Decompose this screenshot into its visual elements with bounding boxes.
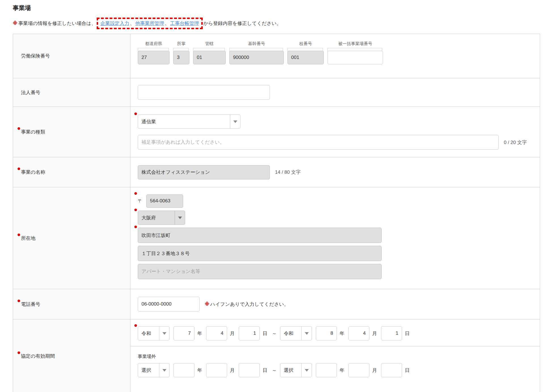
note-asterisk: ※	[13, 20, 18, 26]
business-type-select[interactable]: 通信業	[138, 115, 240, 129]
start-year-input[interactable]	[174, 326, 194, 340]
branch-number-input	[287, 51, 324, 64]
phone-format-note: ※ ハイフンありで入力してください。	[205, 301, 289, 308]
postal-code-input	[146, 194, 183, 208]
business-establishment-form: 事業場 ※ 事業場の情報を修正したい場合は、 企業設定入力 、 他事業所管理 、…	[0, 0, 552, 392]
column-header-base-number: 基幹番号	[229, 41, 284, 46]
required-marker	[18, 127, 20, 130]
column-header-prefecture: 都道府県	[138, 41, 170, 46]
required-marker	[18, 168, 20, 170]
building-input	[138, 264, 382, 279]
required-marker	[134, 192, 137, 195]
day-unit: 日	[263, 367, 267, 374]
link-separator: 、	[165, 20, 170, 27]
month-unit: 月	[372, 367, 377, 374]
construction-ledger-link[interactable]: 工事台帳管理	[170, 20, 199, 27]
chevron-down-icon	[162, 369, 166, 372]
row-corporate-number: 法人番号	[13, 78, 540, 107]
highlighted-links-box: 企業設定入力 、 他事業所管理 、 工事台帳管理	[97, 18, 203, 29]
prefecture-code-input	[138, 51, 170, 64]
base-number-input	[229, 51, 284, 64]
labor-insurance-label: 労働保険番号	[21, 53, 50, 59]
end-month-input[interactable]	[348, 326, 369, 340]
page-title: 事業場	[13, 4, 539, 12]
street-input	[138, 246, 382, 261]
day-unit: 日	[263, 330, 267, 337]
row-address: 所在地 〒 大阪府	[13, 187, 540, 289]
offsite-label: 事業場外	[138, 354, 532, 360]
start-month-input[interactable]	[206, 326, 227, 340]
link-separator: 、	[130, 20, 135, 27]
required-marker	[134, 113, 137, 115]
corporate-number-input[interactable]	[138, 85, 270, 100]
offsite-end-year-input[interactable]	[316, 363, 337, 377]
month-unit: 月	[230, 330, 235, 337]
offsite-start-day-input[interactable]	[239, 363, 260, 377]
agreement-period-main: 令和 年 月 日 ～ 令和	[130, 319, 540, 346]
required-marker	[18, 234, 20, 236]
required-marker	[134, 226, 137, 228]
note-suffix: から登録内容を修正してください。	[203, 20, 282, 27]
year-unit: 年	[197, 330, 202, 337]
chevron-down-icon	[178, 217, 182, 219]
supplement-char-counter: 0 / 20 文字	[504, 139, 527, 146]
establishment-table: 労働保険番号 都道府県 所掌	[13, 34, 540, 392]
business-name-label: 事業の名称	[21, 169, 45, 175]
other-offices-link[interactable]: 他事業所管理	[135, 20, 164, 27]
address-label: 所在地	[21, 235, 35, 241]
bulk-establishment-number-input[interactable]	[327, 51, 383, 64]
row-business-type: 事業の種類 通信業 0 / 20 文字	[13, 107, 540, 157]
offsite-end-day-input[interactable]	[381, 363, 402, 377]
phone-input[interactable]	[138, 297, 200, 312]
business-type-label: 事業の種類	[21, 129, 45, 135]
agreement-period-offsite: 事業場外 選択 年 月 日 ～ 選択	[130, 346, 540, 392]
offsite-end-era-select[interactable]: 選択	[280, 363, 312, 377]
offsite-start-year-input[interactable]	[174, 363, 194, 377]
offsite-start-month-input[interactable]	[206, 363, 227, 377]
jurisdiction-class-input	[173, 51, 189, 64]
day-unit: 日	[405, 367, 410, 374]
prefecture-select: 大阪府	[138, 211, 185, 225]
business-name-char-counter: 14 / 80 文字	[275, 169, 301, 175]
end-year-input[interactable]	[316, 326, 337, 340]
month-unit: 月	[372, 330, 377, 337]
year-unit: 年	[340, 367, 344, 374]
chevron-down-icon	[305, 369, 309, 372]
offsite-end-month-input[interactable]	[348, 363, 369, 377]
row-phone-number: 電話番号 ※ ハイフンありで入力してください。	[13, 289, 540, 319]
company-settings-link[interactable]: 企業設定入力	[100, 20, 129, 27]
column-header-kankatsu: 管轄	[193, 41, 226, 46]
postal-mark: 〒	[138, 198, 142, 204]
row-agreement-period: 協定の有効期間 令和 年 月 日	[13, 319, 540, 392]
business-type-supplement-input[interactable]	[138, 135, 499, 150]
city-input	[138, 228, 382, 243]
day-unit: 日	[405, 330, 410, 337]
row-business-name: 事業の名称 14 / 80 文字	[13, 157, 540, 187]
corporate-number-label: 法人番号	[21, 89, 40, 96]
required-marker	[134, 209, 137, 211]
required-marker	[134, 324, 137, 327]
month-unit: 月	[230, 367, 235, 374]
edit-info-note: ※ 事業場の情報を修正したい場合は、 企業設定入力 、 他事業所管理 、 工事台…	[13, 18, 539, 29]
jurisdiction-office-input	[193, 51, 226, 64]
range-tilde: ～	[272, 330, 277, 337]
column-header-bulk-establishment-number: 被一括事業場番号	[327, 41, 383, 46]
required-marker	[18, 300, 20, 302]
chevron-down-icon	[233, 120, 237, 123]
note-prefix: 事業場の情報を修正したい場合は、	[18, 20, 96, 27]
chevron-down-icon	[305, 332, 309, 335]
business-name-input	[138, 165, 270, 179]
phone-label: 電話番号	[21, 301, 40, 308]
range-tilde: ～	[272, 367, 277, 374]
offsite-start-era-select[interactable]: 選択	[138, 363, 170, 377]
column-header-branch-number: 枝番号	[287, 41, 324, 46]
required-marker	[18, 351, 20, 354]
note-asterisk: ※	[205, 301, 210, 307]
end-era-select[interactable]: 令和	[280, 326, 312, 340]
start-era-select[interactable]: 令和	[138, 326, 170, 340]
year-unit: 年	[197, 367, 202, 374]
start-day-input[interactable]	[239, 326, 260, 340]
chevron-down-icon	[162, 332, 166, 335]
end-day-input[interactable]	[381, 326, 402, 340]
column-header-shokatsu: 所掌	[173, 41, 189, 46]
